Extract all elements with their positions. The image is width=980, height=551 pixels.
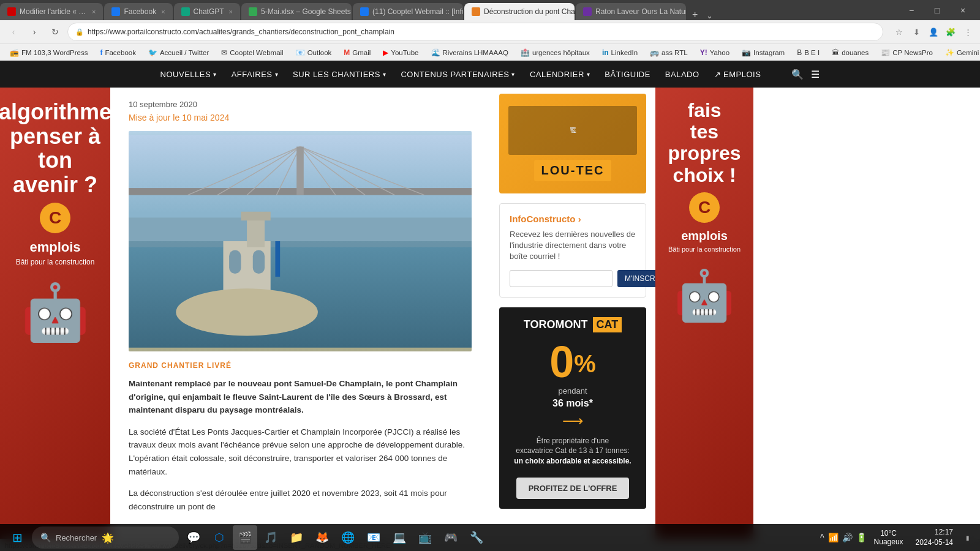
bookmark-label-douanes: douanes	[842, 49, 869, 56]
reload-button[interactable]: ↻	[47, 23, 64, 40]
taskbar-mail-icon[interactable]: 📧	[361, 525, 386, 550]
search-icon[interactable]: 🔍	[791, 69, 804, 80]
bookmark-favicon-cpnewspro: 📰	[881, 48, 890, 57]
bookmark-douanes[interactable]: 🏛 douanes	[827, 47, 873, 58]
bookmark-favicon-douanes: 🏛	[832, 48, 839, 57]
bookmark-cpnewspro[interactable]: 📰 CP NewsPro	[876, 47, 938, 58]
taskbar-clock[interactable]: 12:17 2024-05-14	[911, 527, 958, 548]
taskbar-files-icon[interactable]: 📁	[284, 525, 309, 550]
bookmark-favicon-youtube: ▶	[383, 48, 388, 57]
clock-time: 12:17	[916, 527, 953, 538]
bookmark-gmail[interactable]: M Gmail	[339, 47, 375, 58]
taskbar-chat-icon[interactable]: 💬	[181, 525, 206, 550]
nav-batiguide[interactable]: BÂTIGUIDE	[605, 70, 650, 79]
nav-contenus[interactable]: CONTENUS PARTENAIRES ▾	[401, 70, 515, 79]
tab-modifier[interactable]: Modifier l'article « La rage du r... ×	[0, 3, 103, 20]
close-button[interactable]: ×	[951, 1, 975, 20]
start-button[interactable]: ⊞	[5, 525, 29, 550]
taskbar-audition-icon[interactable]: 🎵	[258, 525, 283, 550]
bookmark-favicon-rtl: 🚌	[650, 48, 659, 57]
nav-emplois[interactable]: ↗ EMPLOIS	[714, 70, 761, 79]
nav-balado-label: BALADO	[665, 70, 699, 79]
minimize-button[interactable]: −	[899, 1, 924, 20]
nav-contenus-label: CONTENUS PARTENAIRES	[401, 70, 509, 79]
taskbar-app9-icon[interactable]: 💻	[387, 525, 412, 550]
nav-balado[interactable]: BALADO	[665, 70, 699, 79]
maximize-button[interactable]: □	[925, 1, 949, 20]
bookmark-label-facebook: Facebook	[105, 49, 136, 56]
settings-icon[interactable]: ⋮	[960, 24, 975, 39]
bookmark-outlook[interactable]: 📧 Outlook	[291, 47, 337, 58]
bookmark-gemini[interactable]: ✨ Gemini	[940, 47, 980, 58]
bookmark-bei[interactable]: B B E I	[792, 47, 824, 58]
tab-close-2[interactable]: ×	[161, 8, 165, 15]
taskbar-app11-icon[interactable]: 🎮	[439, 525, 463, 550]
profitez-button[interactable]: PROFITEZ DE L'OFFRE	[516, 478, 630, 499]
address-bar[interactable]: 🔒 https://www.portailconstructo.com/actu…	[67, 23, 883, 41]
taskbar-app10-icon[interactable]: 📺	[413, 525, 437, 550]
nav-calendrier-arrow: ▾	[587, 71, 590, 78]
tab-raton[interactable]: Raton Laveur Ours La Nature... ×	[576, 3, 686, 20]
bookmark-label-urgences: urgences hôpitaux	[532, 49, 590, 56]
bookmark-star-icon[interactable]: ☆	[892, 24, 907, 39]
download-icon[interactable]: ⬇	[909, 24, 924, 39]
forward-button[interactable]: ›	[26, 23, 43, 40]
taskbar-search-box[interactable]: 🔍 Rechercher 🌟	[32, 527, 179, 549]
tab-overflow-button[interactable]: ⌄	[703, 11, 717, 20]
left-advertisement: algorithme penser à ton avenir ? C emplo…	[0, 88, 110, 551]
taskbar-edge-icon[interactable]: ⬡	[207, 525, 232, 550]
bookmark-riverains[interactable]: 🌊 Riverains LHMAAAQ	[426, 47, 513, 58]
infoconstructo-signup-form: M'INSCRIRE	[510, 270, 636, 287]
left-ad-emplois: emplois	[29, 239, 80, 255]
taskbar-search-placeholder: Rechercher	[56, 533, 97, 542]
loutec-image: 🏗	[508, 106, 637, 155]
taskbar-chrome-icon[interactable]: 🌐	[336, 525, 360, 550]
nav-chantiers[interactable]: SUR LES CHANTIERS ▾	[293, 70, 386, 79]
tab-facebook[interactable]: Facebook ×	[104, 3, 172, 20]
bookmark-label-instagram: Instagram	[753, 49, 785, 56]
back-button[interactable]: ‹	[5, 23, 22, 40]
bookmark-instagram[interactable]: 📷 Instagram	[737, 47, 790, 58]
tab-deconstruction[interactable]: Déconstruction du pont Cham... ×	[464, 3, 575, 20]
bookmark-cooptel[interactable]: ✉ Cooptel Webmail	[216, 47, 288, 58]
email-input[interactable]	[510, 270, 612, 287]
bookmark-rtl[interactable]: 🚌 ass RTL	[645, 47, 693, 58]
tab-cooptel[interactable]: (11) Cooptel Webmail :: [InfoC... ×	[353, 3, 463, 20]
loutec-advertisement[interactable]: 🏗 LOU-TEC	[499, 94, 646, 193]
nav-nouvelles-label: NOUVELLES	[160, 70, 211, 79]
mois-text: 36 mois*	[509, 398, 636, 409]
tray-volume-icon[interactable]: 🔊	[842, 533, 853, 542]
nav-nouvelles[interactable]: NOUVELLES ▾	[160, 70, 217, 79]
nav-calendrier[interactable]: CALENDRIER ▾	[530, 70, 590, 79]
new-tab-button[interactable]: +	[687, 9, 703, 20]
show-desktop-button[interactable]: ▮	[960, 525, 975, 550]
tab-chatgpt[interactable]: ChatGPT ×	[174, 3, 240, 20]
tray-network-icon[interactable]: 📶	[828, 533, 839, 542]
tray-chevron-icon[interactable]: ^	[820, 533, 824, 542]
system-tray-icons: ^ 📶 🔊 🔋	[820, 533, 867, 542]
taskbar-premiere-icon[interactable]: 🎬	[233, 525, 257, 550]
nav-affaires-label: AFFAIRES	[232, 70, 273, 79]
profile-icon[interactable]: 👤	[926, 24, 941, 39]
tab-sheets[interactable]: 5-Mai.xlsx – Google Sheets ×	[241, 3, 352, 20]
bookmark-youtube[interactable]: ▶ YouTube	[378, 47, 423, 58]
infoconstructo-title[interactable]: InfoConstructo ›	[510, 214, 636, 224]
taskbar-app12-icon[interactable]: 🔧	[464, 525, 489, 550]
tab-close-3[interactable]: ×	[229, 8, 233, 15]
menu-icon[interactable]: ☰	[811, 69, 820, 80]
infoconstructo-box: InfoConstructo › Recevez les dernières n…	[499, 203, 646, 298]
extensions-icon[interactable]: 🧩	[943, 24, 958, 39]
bookmark-label-wordpress: FM 103,3 WordPress	[21, 49, 88, 56]
bookmark-yahoo[interactable]: Y! Yahoo	[695, 47, 734, 58]
taskbar-firefox-icon[interactable]: 🦊	[310, 525, 334, 550]
tab-close-1[interactable]: ×	[92, 8, 96, 15]
bookmark-wordpress[interactable]: 📻 FM 103,3 WordPress	[5, 47, 92, 58]
bookmark-twitter[interactable]: 🐦 Accueil / Twitter	[143, 47, 214, 58]
bookmark-facebook[interactable]: f Facebook	[95, 47, 141, 58]
nav-affaires[interactable]: AFFAIRES ▾	[232, 70, 278, 79]
tray-battery-icon[interactable]: 🔋	[856, 533, 867, 542]
cat-advertisement[interactable]: TOROMONT CAT 0 % pendant 36 mois* ⟶ Être…	[499, 307, 646, 509]
bookmark-urgences[interactable]: 🏥 urgences hôpitaux	[516, 47, 595, 58]
bookmark-linkedin[interactable]: in LinkedIn	[597, 47, 643, 58]
tab-favicon-3	[181, 7, 190, 16]
